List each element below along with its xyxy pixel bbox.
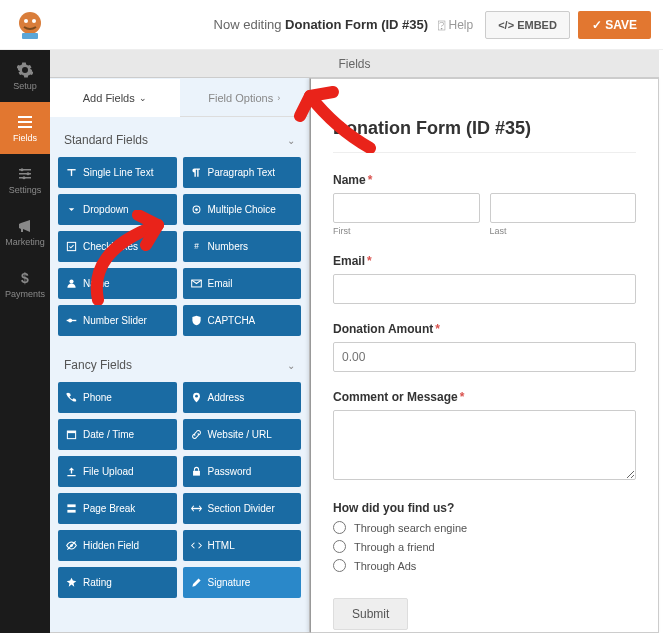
fancy-fields-grid: Phone Address Date / Time Website / URL … [58, 382, 301, 598]
form-title: Donation Form (ID #35) [333, 117, 636, 140]
field-address[interactable]: Address [183, 382, 302, 413]
section-standard-fields[interactable]: Standard Fields⌄ [58, 123, 301, 157]
svg-rect-5 [18, 121, 32, 123]
gear-icon [17, 62, 33, 78]
embed-button[interactable]: </> EMBED [485, 11, 570, 39]
submit-button[interactable]: Submit [333, 598, 408, 630]
field-checkboxes[interactable]: Checkboxes [58, 231, 177, 262]
last-name-input[interactable] [490, 193, 637, 223]
field-numbers[interactable]: #Numbers [183, 231, 302, 262]
megaphone-icon [17, 218, 33, 234]
field-signature[interactable]: Signature [183, 567, 302, 598]
chevron-down-icon: ⌄ [287, 360, 295, 371]
svg-text:$: $ [21, 270, 29, 286]
help-link[interactable]: ⍰ Help [438, 18, 473, 32]
field-name-preview[interactable]: Name* First Last [333, 173, 636, 236]
now-editing-label: Now editing Donation Form (ID #35) [214, 17, 429, 32]
user-icon [66, 278, 77, 289]
field-donation-preview[interactable]: Donation Amount* [333, 322, 636, 372]
pen-icon [191, 577, 202, 588]
checkbox-icon [66, 241, 77, 252]
hash-icon: # [191, 241, 202, 252]
shield-icon [191, 315, 202, 326]
link-icon [191, 429, 202, 440]
field-email-preview[interactable]: Email* [333, 254, 636, 304]
field-hidden[interactable]: Hidden Field [58, 530, 177, 561]
field-findus-preview[interactable]: How did you find us? Through search engi… [333, 501, 636, 572]
lock-icon [191, 466, 202, 477]
field-name[interactable]: Name [58, 268, 177, 299]
break-icon [66, 503, 77, 514]
svg-rect-30 [191, 508, 201, 509]
tab-field-options[interactable]: Field Options› [180, 79, 310, 117]
svg-point-11 [27, 172, 30, 175]
star-icon [66, 577, 77, 588]
phone-icon [66, 392, 77, 403]
svg-rect-3 [22, 33, 38, 39]
field-comment-preview[interactable]: Comment or Message* [333, 390, 636, 483]
list-icon [17, 114, 33, 130]
svg-point-0 [19, 12, 41, 34]
rail-payments[interactable]: $ Payments [0, 258, 50, 310]
svg-point-23 [68, 318, 72, 322]
code-icon [191, 540, 202, 551]
field-website-url[interactable]: Website / URL [183, 419, 302, 450]
svg-rect-29 [67, 510, 75, 513]
sidebar-rail: Setup Fields Settings Marketing $ Paymen… [0, 50, 50, 633]
svg-point-10 [21, 168, 24, 171]
sliders-icon [17, 166, 33, 182]
email-input[interactable] [333, 274, 636, 304]
tab-add-fields[interactable]: Add Fields⌄ [50, 79, 180, 117]
field-paragraph-text[interactable]: Paragraph Text [183, 157, 302, 188]
field-date-time[interactable]: Date / Time [58, 419, 177, 450]
standard-fields-grid: Single Line Text Paragraph Text Dropdown… [58, 157, 301, 336]
field-number-slider[interactable]: Number Slider [58, 305, 177, 336]
rail-fields[interactable]: Fields [0, 102, 50, 154]
field-captcha[interactable]: CAPTCHA [183, 305, 302, 336]
svg-rect-15 [71, 169, 72, 176]
field-multiple-choice[interactable]: Multiple Choice [183, 194, 302, 225]
rail-setup[interactable]: Setup [0, 50, 50, 102]
svg-point-17 [195, 208, 198, 211]
field-single-line-text[interactable]: Single Line Text [58, 157, 177, 188]
field-password[interactable]: Password [183, 456, 302, 487]
svg-point-1 [24, 19, 28, 23]
topbar: Now editing Donation Form (ID #35) ⍰ Hel… [0, 0, 663, 50]
svg-rect-27 [193, 471, 200, 476]
section-fancy-fields[interactable]: Fancy Fields⌄ [58, 348, 301, 382]
field-html[interactable]: HTML [183, 530, 302, 561]
svg-point-20 [69, 279, 73, 283]
field-file-upload[interactable]: File Upload [58, 456, 177, 487]
field-rating[interactable]: Rating [58, 567, 177, 598]
field-section-divider[interactable]: Section Divider [183, 493, 302, 524]
pin-icon [191, 392, 202, 403]
svg-point-2 [32, 19, 36, 23]
field-dropdown[interactable]: Dropdown [58, 194, 177, 225]
svg-rect-26 [67, 431, 75, 433]
eye-off-icon [66, 540, 77, 551]
dropdown-icon [66, 204, 77, 215]
svg-text:#: # [194, 242, 199, 251]
form-preview: Donation Form (ID #35) Name* First Last … [310, 78, 659, 633]
chevron-down-icon: ⌄ [287, 135, 295, 146]
save-button[interactable]: ✓ SAVE [578, 11, 651, 39]
donation-input[interactable] [333, 342, 636, 372]
app-logo [12, 7, 48, 43]
radio-icon [191, 204, 202, 215]
findus-radio-1[interactable] [333, 521, 346, 534]
rail-marketing[interactable]: Marketing [0, 206, 50, 258]
comment-textarea[interactable] [333, 410, 636, 480]
findus-radio-3[interactable] [333, 559, 346, 572]
paragraph-icon [191, 167, 202, 178]
upload-icon [66, 466, 77, 477]
text-icon [66, 167, 77, 178]
chevron-right-icon: › [277, 93, 280, 103]
field-email[interactable]: Email [183, 268, 302, 299]
svg-point-12 [23, 176, 26, 179]
first-name-input[interactable] [333, 193, 480, 223]
field-phone[interactable]: Phone [58, 382, 177, 413]
divider-icon [191, 503, 202, 514]
findus-radio-2[interactable] [333, 540, 346, 553]
rail-settings[interactable]: Settings [0, 154, 50, 206]
field-page-break[interactable]: Page Break [58, 493, 177, 524]
